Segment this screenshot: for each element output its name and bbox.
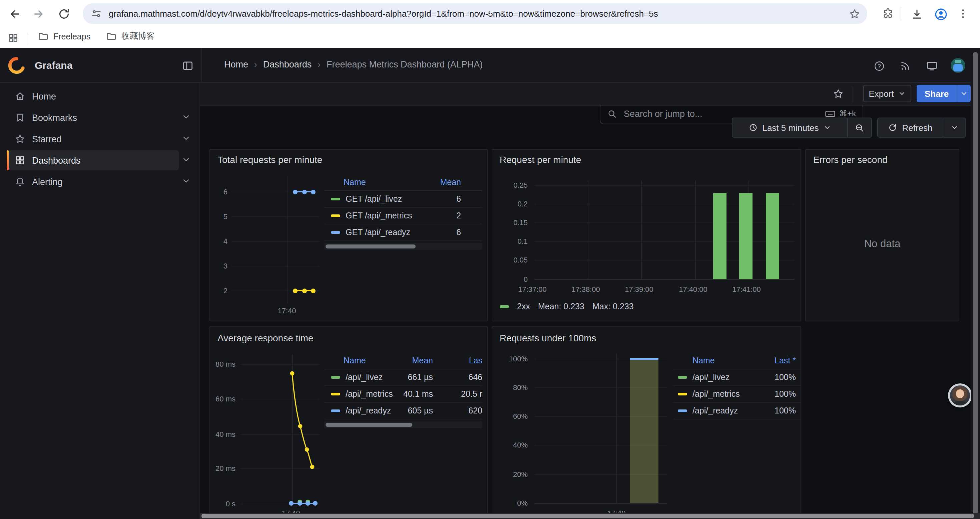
legend-col-name[interactable]: Name bbox=[692, 356, 759, 366]
url-bar[interactable]: grafana.mathmast.com/d/deytv4rwavabkb/fr… bbox=[83, 3, 867, 24]
panel-title[interactable]: Errors per second bbox=[813, 154, 888, 165]
monitor-icon[interactable] bbox=[926, 60, 938, 72]
legend-col-last[interactable]: Las bbox=[433, 356, 482, 366]
forward-icon[interactable] bbox=[32, 7, 45, 21]
bookmark-star-icon[interactable] bbox=[849, 8, 861, 20]
sidebar-item-alerting[interactable]: Alerting bbox=[7, 172, 179, 192]
sidebar-item-dashboards[interactable]: Dashboards bbox=[7, 150, 179, 170]
time-controls: Last 5 minutes bbox=[732, 118, 872, 137]
panel-title[interactable]: Requests under 100ms bbox=[500, 333, 597, 343]
legend-col-name[interactable]: Name bbox=[344, 178, 424, 187]
dock-menu-icon[interactable] bbox=[181, 59, 194, 72]
panel-title[interactable]: Total requests per minute bbox=[218, 154, 322, 165]
sidebar-item-starred[interactable]: Starred bbox=[7, 129, 179, 149]
chevron-down-icon[interactable] bbox=[181, 134, 191, 143]
export-button[interactable]: Export bbox=[863, 85, 911, 102]
bookmark-folder-freeleaps[interactable]: Freeleaps bbox=[37, 31, 91, 42]
svg-text:?: ? bbox=[878, 63, 881, 69]
legend-series-name[interactable]: GET /api/_metrics bbox=[345, 211, 424, 220]
search-icon bbox=[607, 109, 617, 118]
bookmarks-bar: Freeleaps 收藏博客 bbox=[0, 28, 980, 48]
browser-menu-icon[interactable] bbox=[957, 7, 969, 20]
favorite-star-icon[interactable] bbox=[832, 88, 844, 99]
legend-hscrollbar-thumb[interactable] bbox=[326, 244, 415, 249]
legend-col-last[interactable]: Last * bbox=[759, 356, 796, 366]
bookmark-folder-blogs[interactable]: 收藏博客 bbox=[105, 31, 155, 42]
no-data-message: No data bbox=[806, 238, 959, 250]
legend-series-name[interactable]: GET /api/_readyz bbox=[345, 228, 424, 237]
legend-col-mean[interactable]: Mean bbox=[396, 356, 433, 366]
url-text[interactable]: grafana.mathmast.com/d/deytv4rwavabkb/fr… bbox=[109, 9, 842, 19]
sidebar-nav: Home Bookmarks Starred Dashboards Alerti… bbox=[0, 83, 200, 519]
panel-title[interactable]: Average response time bbox=[218, 333, 313, 343]
apps-grid-icon[interactable] bbox=[8, 33, 19, 43]
site-settings-icon[interactable] bbox=[91, 8, 102, 19]
legend-col-mean[interactable]: Mean bbox=[424, 178, 461, 187]
sidebar-item-home[interactable]: Home bbox=[7, 86, 179, 106]
share-button[interactable]: Share bbox=[916, 85, 957, 102]
legend-table: Name Mean Las /api/_livez 661 µs 646 /ap… bbox=[324, 356, 482, 428]
share-menu-button[interactable] bbox=[957, 85, 970, 102]
legend-hscrollbar-thumb[interactable] bbox=[326, 423, 412, 427]
grafana-logo[interactable] bbox=[8, 57, 25, 74]
back-icon[interactable] bbox=[8, 7, 21, 21]
reload-icon[interactable] bbox=[57, 7, 71, 21]
legend-series-name[interactable]: /api/_readyz bbox=[345, 406, 396, 415]
chevron-down-icon[interactable] bbox=[181, 176, 191, 186]
legend-series-name[interactable]: GET /api/_livez bbox=[345, 194, 424, 204]
legend-table: Name Mean GET /api/_livez 6 GET /api/_me… bbox=[324, 178, 482, 250]
chevron-down-icon bbox=[898, 89, 906, 97]
series-swatch bbox=[331, 214, 340, 217]
refresh-icon bbox=[888, 123, 897, 132]
help-icon[interactable]: ? bbox=[873, 60, 885, 72]
news-rss-icon[interactable] bbox=[899, 60, 911, 72]
avatar-face bbox=[956, 390, 964, 398]
vertical-scrollbar-thumb[interactable] bbox=[973, 52, 978, 514]
sidebar-item-label: Bookmarks bbox=[32, 113, 77, 123]
legend-col-name[interactable]: Name bbox=[344, 356, 396, 366]
breadcrumb-separator: › bbox=[254, 59, 257, 69]
legend-series-name[interactable]: 2xx bbox=[517, 302, 530, 311]
legend-row: /api/_livez 661 µs 646 bbox=[324, 369, 482, 386]
dashboards-grid-icon bbox=[15, 155, 25, 166]
legend-mean-value: 40.1 ms bbox=[396, 390, 433, 399]
folder-icon bbox=[105, 31, 117, 42]
legend-hscrollbar[interactable] bbox=[324, 422, 482, 428]
chevron-down-icon bbox=[960, 89, 968, 97]
horizontal-scrollbar[interactable] bbox=[200, 513, 980, 519]
chevron-down-icon[interactable] bbox=[181, 155, 191, 164]
refresh-button[interactable]: Refresh bbox=[877, 118, 943, 137]
legend-series-name[interactable]: /api/_readyz bbox=[692, 406, 759, 415]
vertical-scrollbar[interactable] bbox=[970, 48, 980, 519]
series-fill-bar bbox=[630, 360, 659, 503]
series-readyz-cap bbox=[630, 358, 659, 360]
legend-series-name[interactable]: /api/_metrics bbox=[345, 390, 396, 399]
sidebar-item-bookmarks[interactable]: Bookmarks bbox=[7, 107, 179, 128]
bookmark-folder-label: 收藏博客 bbox=[121, 31, 155, 42]
legend-row: /api/_readyz 100% bbox=[673, 403, 800, 420]
download-icon[interactable] bbox=[911, 8, 923, 21]
series-swatch bbox=[331, 409, 340, 412]
profile-icon[interactable] bbox=[934, 7, 948, 21]
chevron-down-icon[interactable] bbox=[181, 112, 191, 121]
floating-assistant-avatar[interactable] bbox=[948, 383, 972, 407]
breadcrumb-current: Freeleaps Metrics Dashboard (ALPHA) bbox=[326, 59, 483, 69]
panel-title[interactable]: Request per minute bbox=[500, 154, 581, 165]
time-range-picker[interactable]: Last 5 minutes bbox=[732, 118, 848, 137]
legend-series-name[interactable]: /api/_metrics bbox=[692, 390, 759, 399]
horizontal-scrollbar-thumb[interactable] bbox=[202, 514, 974, 518]
legend-mean-value: 661 µs bbox=[396, 373, 433, 382]
extensions-icon[interactable] bbox=[882, 8, 894, 20]
breadcrumb-dashboards[interactable]: Dashboards bbox=[263, 59, 312, 69]
zoom-out-button[interactable] bbox=[848, 118, 872, 137]
refresh-interval-button[interactable] bbox=[943, 118, 966, 137]
breadcrumb: Home › Dashboards › Freeleaps Metrics Da… bbox=[224, 59, 483, 69]
legend-hscrollbar[interactable] bbox=[324, 243, 482, 250]
breadcrumb-home[interactable]: Home bbox=[224, 59, 248, 69]
legend-mean: Mean: 0.233 bbox=[538, 302, 584, 311]
legend-last-value: 100% bbox=[759, 373, 796, 382]
user-avatar[interactable] bbox=[951, 58, 965, 73]
legend-series-name[interactable]: /api/_livez bbox=[345, 373, 396, 382]
series-swatch bbox=[331, 393, 340, 396]
legend-series-name[interactable]: /api/_livez bbox=[692, 373, 759, 382]
